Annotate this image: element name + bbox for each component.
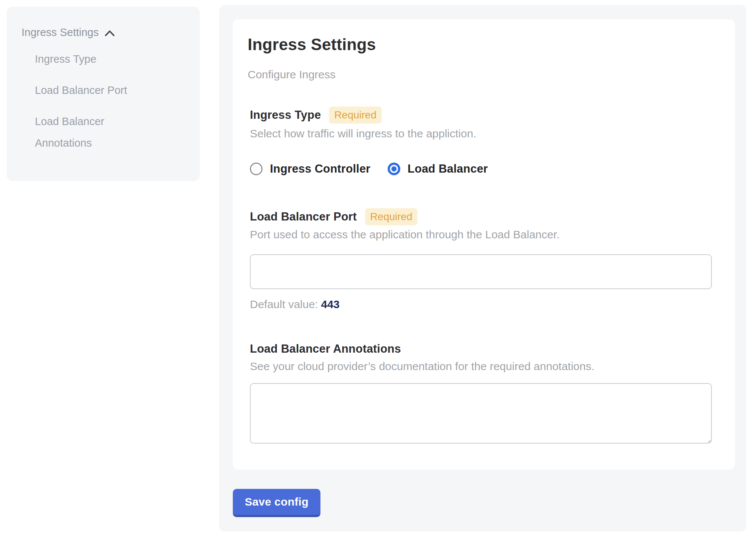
default-value-label: Default value: — [250, 298, 318, 310]
save-config-button[interactable]: Save config — [233, 489, 320, 517]
ingress-type-label: Ingress Type — [250, 108, 321, 122]
required-badge: Required — [329, 107, 382, 124]
ingress-controller-radio[interactable] — [250, 163, 263, 175]
sidebar-section-toggle[interactable]: Ingress Settings — [22, 26, 189, 39]
ingress-settings-card: Ingress Settings Configure Ingress Ingre… — [233, 19, 735, 470]
page-title: Ingress Settings — [248, 35, 712, 54]
required-badge: Required — [365, 208, 418, 225]
load-balancer-annotations-description: See your cloud provider’s documentation … — [250, 359, 712, 373]
load-balancer-annotations-label: Load Balancer Annotations — [250, 342, 712, 356]
ingress-type-description: Select how traffic will ingress to the a… — [250, 127, 712, 140]
default-value-row: Default value:443 — [250, 297, 712, 311]
load-balancer-annotations-textarea[interactable] — [250, 383, 712, 444]
sidebar-item-ingress-type[interactable]: Ingress Type — [35, 48, 154, 70]
load-balancer-option[interactable]: Load Balancer — [388, 162, 488, 176]
chevron-up-icon — [105, 29, 115, 36]
ingress-type-section: Ingress Type Required Select how traffic… — [250, 107, 712, 176]
ingress-type-radio-group: Ingress Controller Load Balancer — [250, 162, 712, 176]
load-balancer-port-label: Load Balancer Port — [250, 210, 357, 223]
sidebar-section-label: Ingress Settings — [22, 26, 99, 39]
load-balancer-port-description: Port used to access the application thro… — [250, 228, 712, 241]
ingress-controller-label: Ingress Controller — [270, 162, 371, 176]
sidebar-item-load-balancer-port[interactable]: Load Balancer Port — [35, 79, 154, 101]
load-balancer-annotations-section: Load Balancer Annotations See your cloud… — [250, 342, 712, 444]
default-value: 443 — [321, 298, 339, 310]
settings-sidebar: Ingress Settings Ingress Type Load Balan… — [7, 7, 200, 181]
sidebar-item-load-balancer-annotations[interactable]: Load Balancer Annotations — [35, 111, 154, 154]
page-subtitle: Configure Ingress — [248, 68, 712, 81]
load-balancer-label: Load Balancer — [408, 162, 488, 176]
main-panel: Ingress Settings Configure Ingress Ingre… — [219, 5, 746, 532]
load-balancer-port-section: Load Balancer Port Required Port used to… — [250, 208, 712, 311]
sidebar-item-list: Ingress Type Load Balancer Port Load Bal… — [35, 48, 189, 154]
ingress-controller-option[interactable]: Ingress Controller — [250, 162, 371, 176]
load-balancer-radio[interactable] — [388, 163, 400, 175]
load-balancer-port-input[interactable] — [250, 254, 712, 289]
